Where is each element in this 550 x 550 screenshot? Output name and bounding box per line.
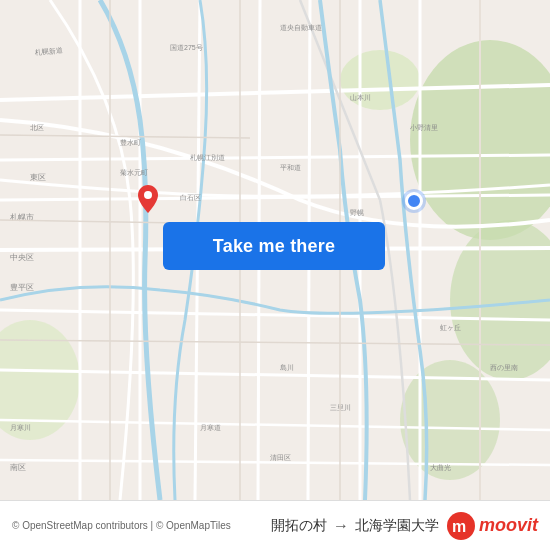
svg-text:白石区: 白石区 <box>180 194 201 201</box>
svg-text:山本川: 山本川 <box>350 94 371 101</box>
svg-text:大曲光: 大曲光 <box>430 464 451 471</box>
svg-text:西の里南: 西の里南 <box>490 364 518 371</box>
svg-text:虹ヶ丘: 虹ヶ丘 <box>440 324 461 331</box>
destination-label: 北海学園大学 <box>355 517 439 535</box>
route-info: 開拓の村 → 北海学園大学 <box>271 517 439 535</box>
moovit-logo-icon: m <box>447 512 475 540</box>
take-me-there-button[interactable]: Take me there <box>163 222 385 270</box>
svg-text:中央区: 中央区 <box>10 253 34 262</box>
svg-point-4 <box>340 50 420 110</box>
svg-point-53 <box>144 191 152 199</box>
svg-text:m: m <box>452 518 466 535</box>
destination-dot <box>405 192 423 210</box>
svg-text:小野清里: 小野清里 <box>410 124 438 131</box>
moovit-brand-text: moovit <box>479 515 538 536</box>
cta-button-wrapper[interactable]: Take me there <box>163 222 385 270</box>
svg-text:国道275号: 国道275号 <box>170 44 203 51</box>
svg-text:道央自動車道: 道央自動車道 <box>280 24 322 31</box>
origin-label: 開拓の村 <box>271 517 327 535</box>
svg-text:島川: 島川 <box>280 364 294 371</box>
svg-text:菊水元町: 菊水元町 <box>120 169 148 176</box>
svg-text:月寒道: 月寒道 <box>200 424 221 432</box>
copyright-text: © OpenStreetMap contributors | © OpenMap… <box>12 520 263 531</box>
arrow-icon: → <box>333 517 349 535</box>
svg-text:豊水町: 豊水町 <box>120 139 141 146</box>
svg-text:平和道: 平和道 <box>280 164 301 171</box>
svg-text:北区: 北区 <box>30 124 44 131</box>
svg-text:清田区: 清田区 <box>270 454 291 461</box>
origin-pin <box>138 185 158 213</box>
footer-bar: © OpenStreetMap contributors | © OpenMap… <box>0 500 550 550</box>
svg-text:札幌江別道: 札幌江別道 <box>190 154 225 161</box>
svg-text:南区: 南区 <box>10 463 26 472</box>
svg-text:豊平区: 豊平区 <box>10 283 34 292</box>
svg-text:東区: 東区 <box>30 173 46 182</box>
svg-text:野幌: 野幌 <box>350 209 364 216</box>
map-view: 札幌新道 国道275号 道央自動車道 北区 東区 札幌市 中央区 豊水町 菊水元… <box>0 0 550 500</box>
svg-text:月寒川: 月寒川 <box>10 424 31 432</box>
moovit-logo: m moovit <box>447 512 538 540</box>
